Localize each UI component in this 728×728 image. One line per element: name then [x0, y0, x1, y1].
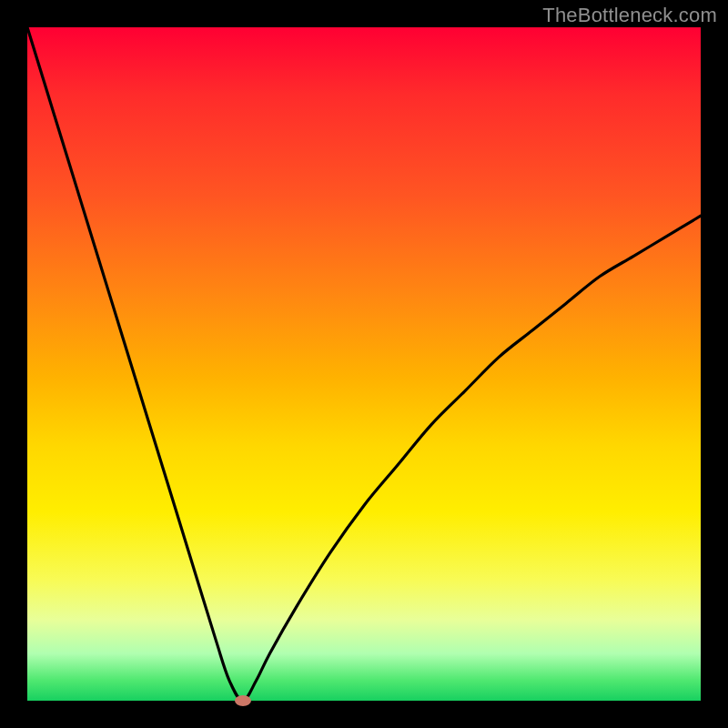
- chart-frame: TheBottleneck.com: [0, 0, 728, 728]
- minimum-marker: [235, 695, 251, 706]
- plot-area: [27, 27, 701, 701]
- attribution-text: TheBottleneck.com: [542, 4, 717, 27]
- bottleneck-curve: [27, 27, 701, 701]
